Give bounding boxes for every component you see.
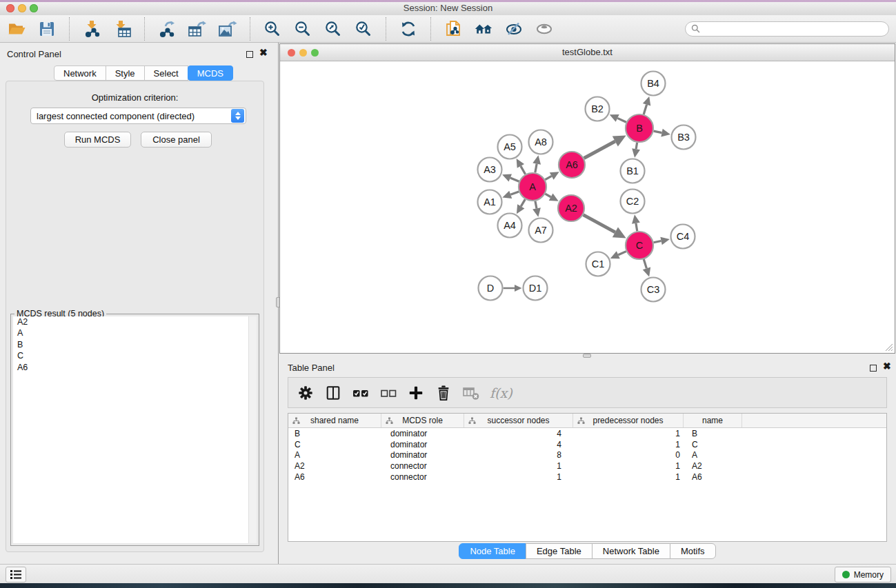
open-session-icon[interactable] — [7, 19, 26, 39]
column-label: shared name — [310, 416, 359, 425]
close-panel-icon[interactable]: ✖ — [883, 361, 891, 372]
table-cell: 0 — [573, 450, 684, 460]
graph-edge[interactable] — [510, 192, 519, 194]
table-cell: B — [288, 429, 381, 438]
close-panel-button[interactable]: Close panel — [141, 132, 212, 148]
graph-edge[interactable] — [535, 164, 537, 173]
graph-edge[interactable] — [584, 215, 615, 232]
tab-edge-table[interactable]: Edge Table — [526, 543, 593, 559]
graph-edge[interactable] — [535, 201, 537, 209]
result-scrollbar[interactable] — [248, 316, 257, 543]
graph-edge[interactable] — [545, 176, 551, 179]
column-header-mcds-role[interactable]: MCDS role — [381, 414, 464, 427]
criterion-select[interactable]: largest connected component (directed) — [30, 108, 246, 124]
toggle-column-view-icon[interactable] — [324, 384, 342, 402]
close-panel-icon[interactable]: ✖ — [259, 47, 268, 58]
graph-node-label: C2 — [626, 196, 639, 207]
zoom-in-icon[interactable] — [263, 19, 282, 39]
result-item[interactable]: A6 — [13, 362, 257, 373]
search-input[interactable] — [704, 24, 883, 34]
table-row[interactable]: Cdominator41C — [288, 439, 886, 450]
graph-node-label: C — [636, 240, 643, 251]
graph-edge[interactable] — [617, 118, 626, 122]
network-window-title: testGlobe.txt — [280, 47, 895, 57]
select-all-icon[interactable] — [352, 384, 370, 402]
graph-edge[interactable] — [654, 131, 662, 132]
float-panel-icon[interactable] — [246, 51, 253, 58]
table-row[interactable]: Bdominator41B — [288, 428, 886, 439]
save-session-icon[interactable] — [37, 19, 57, 39]
column-header-shared-name[interactable]: shared name — [288, 414, 381, 427]
zoom-out-icon[interactable] — [293, 19, 312, 39]
tab-network[interactable]: Network — [54, 65, 106, 81]
criterion-label: Optimization criterion: — [6, 92, 263, 103]
zoom-selected-icon[interactable] — [354, 19, 373, 39]
home-icon[interactable] — [474, 19, 493, 39]
zoom-fit-icon[interactable] — [323, 19, 343, 39]
task-history-button[interactable] — [6, 567, 26, 582]
tab-node-table[interactable]: Node Table — [459, 543, 526, 559]
graph-edge[interactable] — [644, 259, 646, 268]
table-row[interactable]: Adominator80A — [288, 450, 886, 461]
column-header-name[interactable]: name — [684, 414, 742, 427]
show-details-icon[interactable] — [535, 19, 554, 39]
edge-arrowhead-icon — [643, 267, 650, 277]
tab-network-table[interactable]: Network Table — [592, 543, 670, 559]
result-item[interactable]: B — [13, 339, 257, 350]
tab-style[interactable]: Style — [106, 65, 145, 81]
memory-button[interactable]: Memory — [835, 567, 891, 582]
settings-gear-icon[interactable] — [297, 384, 315, 402]
resize-grip-icon[interactable] — [884, 343, 893, 352]
graph-edge[interactable] — [545, 194, 550, 197]
graph-edge[interactable] — [618, 252, 626, 255]
table-row[interactable]: A6connector11A6 — [288, 472, 886, 483]
session-document-icon[interactable] — [444, 19, 463, 39]
graph-edge[interactable] — [510, 178, 519, 181]
attribute-type-icon — [386, 417, 393, 425]
import-network-icon[interactable] — [82, 19, 101, 39]
export-table-icon[interactable] — [188, 19, 207, 39]
network-window-titlebar[interactable]: testGlobe.txt — [280, 44, 895, 61]
graph-edge[interactable] — [521, 166, 526, 174]
control-panel-title: Control Panel — [7, 49, 61, 59]
graph-edge[interactable] — [584, 141, 615, 158]
graph-edge[interactable] — [636, 143, 637, 150]
float-panel-icon[interactable] — [870, 365, 877, 372]
export-network-icon[interactable] — [157, 19, 177, 39]
delete-table-icon[interactable] — [462, 384, 480, 402]
function-builder-icon[interactable]: f(x) — [490, 385, 512, 401]
result-item[interactable]: A — [13, 327, 257, 338]
import-table-icon[interactable] — [112, 19, 132, 39]
toolbar-separator — [69, 17, 70, 41]
column-header-successor-nodes[interactable]: successor nodes — [464, 414, 573, 427]
deselect-all-icon[interactable] — [379, 384, 397, 402]
network-window: testGlobe.txt AA1A2A3A4A5A6A7A8BB1B2B3B4… — [279, 43, 895, 354]
edge-arrowhead-icon — [515, 285, 522, 292]
tab-mcds[interactable]: MCDS — [188, 65, 233, 81]
graph-edge[interactable] — [521, 199, 525, 206]
graph-node-label: A8 — [535, 136, 547, 148]
result-item[interactable]: A2 — [13, 316, 257, 327]
status-bar: Memory — [0, 564, 896, 583]
horizontal-splitter-handle[interactable] — [583, 354, 591, 358]
graph-edge[interactable] — [636, 223, 637, 232]
export-image-icon[interactable] — [218, 19, 237, 39]
memory-label: Memory — [854, 570, 884, 580]
toolbar-search[interactable] — [685, 21, 889, 37]
table-row[interactable]: A2connector11A2 — [288, 460, 886, 472]
graph-node-label: B — [636, 123, 643, 134]
run-mcds-button[interactable]: Run MCDS — [64, 132, 131, 148]
tab-motifs[interactable]: Motifs — [670, 543, 716, 559]
mcds-result-list[interactable]: A2ABCA6 — [13, 316, 257, 543]
result-item[interactable]: C — [13, 350, 257, 361]
column-header-predecessor-nodes[interactable]: predecessor nodes — [573, 414, 684, 427]
network-graph[interactable]: AA1A2A3A4A5A6A7A8BB1B2B3B4CC1C2C3C4DD1 — [280, 61, 895, 353]
main-titlebar[interactable]: Session: New Session — [0, 2, 896, 15]
tab-select[interactable]: Select — [144, 65, 188, 81]
apply-layout-icon[interactable] — [399, 19, 418, 39]
add-column-icon[interactable] — [407, 384, 425, 402]
graph-edge[interactable] — [644, 105, 646, 114]
graph-edge[interactable] — [654, 241, 661, 242]
hide-details-icon[interactable] — [504, 19, 524, 39]
delete-column-trash-icon[interactable] — [435, 384, 452, 402]
